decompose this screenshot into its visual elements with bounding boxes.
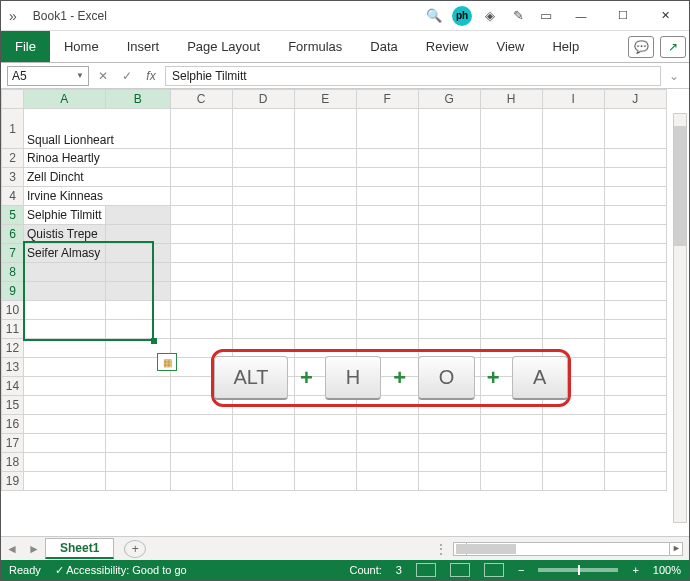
share-button[interactable]: ↗: [660, 36, 686, 58]
cell-B7[interactable]: [105, 244, 170, 263]
row-header-19[interactable]: 19: [2, 472, 24, 491]
wand-icon[interactable]: ✎: [507, 5, 529, 27]
page-layout-view-icon[interactable]: [450, 563, 470, 577]
row-header-13[interactable]: 13: [2, 358, 24, 377]
accessibility-status[interactable]: ✓ Accessibility: Good to go: [55, 564, 187, 577]
row-header-9[interactable]: 9: [2, 282, 24, 301]
sheet-tab-bar: ◄ ► Sheet1 + ⋮ ◄►: [1, 536, 689, 560]
key-h: H: [325, 356, 381, 400]
col-header-B[interactable]: B: [105, 90, 170, 109]
tab-review[interactable]: Review: [412, 31, 483, 62]
tab-scroll-left-icon[interactable]: ◄: [1, 542, 23, 556]
expand-formula-bar-icon[interactable]: ⌄: [665, 69, 683, 83]
ph-addin-icon[interactable]: ph: [451, 5, 473, 27]
diamond-icon[interactable]: ◈: [479, 5, 501, 27]
row-header-5[interactable]: 5: [2, 206, 24, 225]
new-sheet-button[interactable]: +: [124, 540, 146, 558]
quick-analysis-button[interactable]: ▦: [157, 353, 177, 371]
count-value: 3: [396, 564, 402, 576]
select-all-corner[interactable]: [2, 90, 24, 109]
cell-B8[interactable]: [105, 263, 170, 282]
row-header-1[interactable]: 1: [2, 109, 24, 149]
maximize-button[interactable]: ☐: [605, 2, 641, 30]
tab-view[interactable]: View: [482, 31, 538, 62]
row-header-12[interactable]: 12: [2, 339, 24, 358]
row-header-15[interactable]: 15: [2, 396, 24, 415]
count-label: Count:: [349, 564, 381, 576]
tab-page-layout[interactable]: Page Layout: [173, 31, 274, 62]
col-header-E[interactable]: E: [294, 90, 356, 109]
col-header-H[interactable]: H: [480, 90, 542, 109]
cell-A6[interactable]: Quistis Trepe: [24, 225, 106, 244]
cell-B5[interactable]: [105, 206, 170, 225]
col-header-D[interactable]: D: [232, 90, 294, 109]
cell-C1[interactable]: [170, 109, 232, 149]
row-header-16[interactable]: 16: [2, 415, 24, 434]
cell-A9[interactable]: [24, 282, 106, 301]
minimize-button[interactable]: —: [563, 2, 599, 30]
vertical-scrollbar[interactable]: [673, 113, 687, 523]
cancel-entry-icon[interactable]: ✕: [93, 69, 113, 83]
confirm-entry-icon[interactable]: ✓: [117, 69, 137, 83]
cell-A7[interactable]: Seifer Almasy: [24, 244, 106, 263]
title-bar: » Book1 - Excel 🔍 ph ◈ ✎ ▭ — ☐ ✕: [1, 1, 689, 31]
key-alt: ALT: [214, 356, 288, 400]
col-header-J[interactable]: J: [604, 90, 666, 109]
cell-B6[interactable]: [105, 225, 170, 244]
cell-A8[interactable]: [24, 263, 106, 282]
cell-B9[interactable]: [105, 282, 170, 301]
tab-scroll-right-icon[interactable]: ►: [23, 542, 45, 556]
col-header-G[interactable]: G: [418, 90, 480, 109]
file-tab[interactable]: File: [1, 31, 50, 62]
name-box-value: A5: [12, 69, 27, 83]
comments-button[interactable]: 💬: [628, 36, 654, 58]
row-header-14[interactable]: 14: [2, 377, 24, 396]
cell-A5[interactable]: Selphie Tilmitt: [24, 206, 106, 225]
normal-view-icon[interactable]: [416, 563, 436, 577]
row-header-3[interactable]: 3: [2, 168, 24, 187]
status-bar: Ready ✓ Accessibility: Good to go Count:…: [1, 560, 689, 580]
row-header-8[interactable]: 8: [2, 263, 24, 282]
fx-icon[interactable]: fx: [141, 69, 161, 83]
window-mode-icon[interactable]: ▭: [535, 5, 557, 27]
row-header-17[interactable]: 17: [2, 434, 24, 453]
cell-A3[interactable]: Zell Dincht: [24, 168, 171, 187]
tab-formulas[interactable]: Formulas: [274, 31, 356, 62]
formula-bar: A5 ▼ ✕ ✓ fx Selphie Tilmitt ⌄: [1, 63, 689, 89]
row-header-11[interactable]: 11: [2, 320, 24, 339]
tab-data[interactable]: Data: [356, 31, 411, 62]
row-header-7[interactable]: 7: [2, 244, 24, 263]
row-header-2[interactable]: 2: [2, 149, 24, 168]
col-header-I[interactable]: I: [542, 90, 604, 109]
row-header-6[interactable]: 6: [2, 225, 24, 244]
col-header-C[interactable]: C: [170, 90, 232, 109]
ribbon-tabs: File Home Insert Page Layout Formulas Da…: [1, 31, 689, 63]
page-break-view-icon[interactable]: [484, 563, 504, 577]
cell-A2[interactable]: Rinoa Heartly: [24, 149, 171, 168]
formula-input[interactable]: Selphie Tilmitt: [165, 66, 661, 86]
name-box[interactable]: A5 ▼: [7, 66, 89, 86]
sheet-tab-sheet1[interactable]: Sheet1: [45, 538, 114, 559]
worksheet-grid[interactable]: A B C D E F G H I J 1 Squall Lionheart 2…: [1, 89, 689, 519]
zoom-in-icon[interactable]: +: [632, 564, 638, 576]
chevron-down-icon[interactable]: ▼: [76, 71, 84, 80]
cell-A4[interactable]: Irvine Kinneas: [24, 187, 171, 206]
close-button[interactable]: ✕: [647, 2, 683, 30]
cell-A1[interactable]: Squall Lionheart: [24, 109, 171, 149]
row-header-18[interactable]: 18: [2, 453, 24, 472]
row-header-4[interactable]: 4: [2, 187, 24, 206]
horizontal-scrollbar[interactable]: ◄►: [453, 542, 683, 556]
zoom-value[interactable]: 100%: [653, 564, 681, 576]
zoom-out-icon[interactable]: −: [518, 564, 524, 576]
search-icon[interactable]: 🔍: [423, 5, 445, 27]
fill-handle[interactable]: [151, 338, 157, 344]
tab-help[interactable]: Help: [538, 31, 593, 62]
plus-icon: +: [487, 365, 500, 391]
zoom-slider[interactable]: [538, 568, 618, 572]
tab-home[interactable]: Home: [50, 31, 113, 62]
col-header-F[interactable]: F: [356, 90, 418, 109]
row-header-10[interactable]: 10: [2, 301, 24, 320]
tab-insert[interactable]: Insert: [113, 31, 174, 62]
col-header-A[interactable]: A: [24, 90, 106, 109]
qat-more-icon[interactable]: »: [7, 8, 19, 24]
